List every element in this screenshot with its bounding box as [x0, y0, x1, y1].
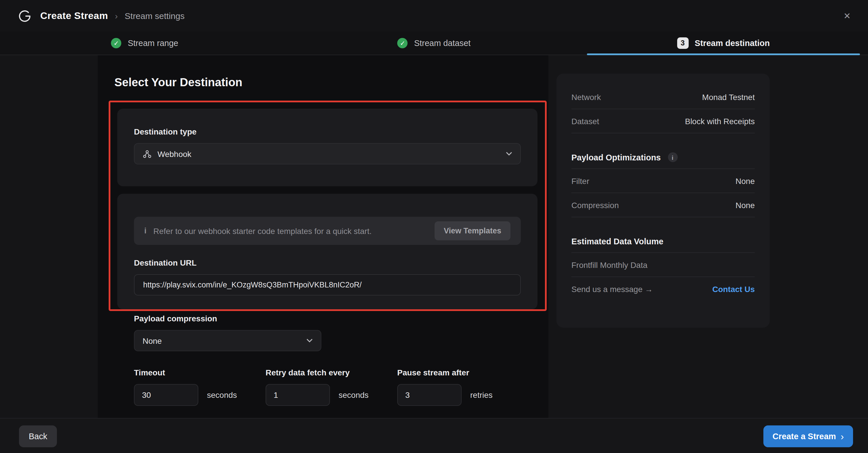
create-stream-modal: Create Stream › Stream settings ✕ ✓ Stre… — [0, 0, 868, 453]
step-label: Stream dataset — [414, 38, 471, 48]
view-templates-button[interactable]: View Templates — [435, 221, 510, 240]
chevron-right-icon: › — [841, 431, 844, 441]
summary-row-contact: Send us a message → Contact Us — [571, 277, 755, 301]
webhook-icon — [143, 149, 152, 158]
filter-label: Filter — [571, 176, 589, 185]
scale-wrapper: Create Stream › Stream settings ✕ ✓ Stre… — [0, 0, 868, 453]
timeout-input[interactable] — [134, 384, 198, 406]
destination-type-card: Destination type Webhook — [117, 109, 537, 186]
info-icon: i — [144, 227, 147, 235]
info-icon[interactable]: i — [668, 152, 677, 162]
info-banner-text: Refer to our webhook starter code templa… — [153, 226, 372, 235]
estimated-data-volume-header: Estimated Data Volume — [571, 230, 755, 253]
timeout-label: Timeout — [134, 368, 165, 377]
destination-heading: Select Your Destination — [114, 76, 242, 89]
summary-row-compression: Compression None — [571, 193, 755, 217]
payload-compression-select[interactable]: None — [134, 330, 321, 351]
destination-type-label: Destination type — [134, 127, 196, 136]
retry-every-unit: seconds — [339, 390, 369, 399]
breadcrumb-current: Stream settings — [125, 11, 185, 21]
destination-url-input[interactable] — [134, 274, 521, 296]
retry-every-input[interactable] — [266, 384, 330, 406]
step-label: Stream destination — [695, 38, 770, 48]
step-stream-dataset[interactable]: ✓ Stream dataset — [289, 32, 579, 55]
payload-compression-label: Payload compression — [134, 314, 217, 323]
info-banner: i Refer to our webhook starter code temp… — [134, 217, 521, 245]
payload-optimizations-header: Payload Optimizations i — [571, 146, 755, 169]
destination-form-column: Select Your Destination Destination type… — [98, 55, 548, 418]
step-label: Stream range — [128, 38, 178, 48]
frontfill-label: Frontfill Monthly Data — [571, 260, 648, 269]
breadcrumb-separator: › — [115, 11, 118, 21]
destination-type-select[interactable]: Webhook — [134, 143, 521, 164]
contact-message-label: Send us a message → — [571, 284, 653, 294]
header-bar: Create Stream › Stream settings ✕ — [0, 0, 868, 32]
footer-bar: Back Create a Stream › — [0, 418, 868, 453]
check-icon: ✓ — [398, 38, 408, 48]
dataset-label: Dataset — [571, 116, 599, 126]
chevron-down-icon — [506, 152, 512, 156]
chevron-down-icon — [306, 339, 313, 343]
timeout-unit: seconds — [207, 390, 237, 399]
pause-after-unit: retries — [470, 390, 493, 399]
step-number-badge: 3 — [677, 37, 688, 49]
dataset-value: Block with Receipts — [685, 116, 755, 126]
create-stream-button[interactable]: Create a Stream › — [764, 425, 853, 447]
check-icon: ✓ — [111, 38, 121, 48]
step-stream-destination[interactable]: 3 Stream destination — [579, 32, 868, 55]
step-stream-range[interactable]: ✓ Stream range — [0, 32, 289, 55]
summary-row-frontfill: Frontfill Monthly Data — [571, 253, 755, 277]
filter-value: None — [736, 176, 755, 185]
network-value: Monad Testnet — [702, 92, 755, 101]
payload-compression-value: None — [143, 336, 162, 345]
estimated-data-volume-title: Estimated Data Volume — [571, 237, 663, 246]
destination-type-value: Webhook — [157, 149, 191, 158]
summary-panel: Network Monad Testnet Dataset Block with… — [556, 73, 770, 328]
contact-us-link[interactable]: Contact Us — [712, 284, 755, 294]
create-stream-label: Create a Stream — [773, 432, 836, 441]
network-label: Network — [571, 92, 601, 101]
pause-after-label: Pause stream after — [397, 368, 469, 377]
summary-row-dataset: Dataset Block with Receipts — [571, 109, 755, 133]
steps-bar: ✓ Stream range ✓ Stream dataset 3 Stream… — [0, 32, 868, 55]
summary-row-network: Network Monad Testnet — [571, 85, 755, 109]
payload-optimizations-title: Payload Optimizations — [571, 153, 661, 162]
page-title: Create Stream — [40, 10, 108, 22]
webhook-config-card: i Refer to our webhook starter code temp… — [117, 194, 537, 309]
close-icon[interactable]: ✕ — [840, 8, 854, 23]
active-tab-underline — [587, 54, 860, 55]
retry-every-label: Retry data fetch every — [266, 368, 350, 377]
back-button[interactable]: Back — [19, 425, 57, 447]
app-logo-icon — [17, 8, 32, 23]
pause-after-input[interactable] — [397, 384, 462, 406]
compression-value: None — [736, 200, 755, 210]
compression-label: Compression — [571, 200, 619, 210]
destination-url-label: Destination URL — [134, 258, 196, 267]
summary-row-filter: Filter None — [571, 169, 755, 193]
